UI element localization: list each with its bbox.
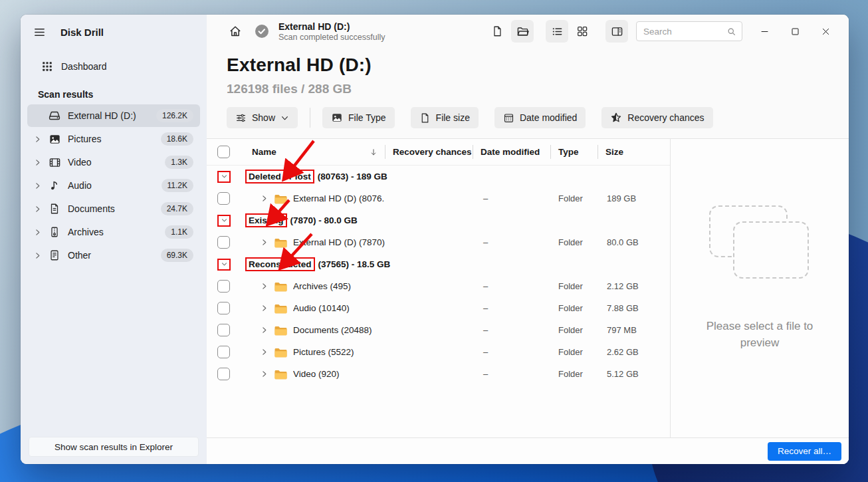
chevron-right-icon[interactable] — [260, 370, 269, 378]
show-in-explorer-button[interactable]: Show scan results in Explorer — [29, 437, 199, 457]
grid-view-button[interactable] — [571, 20, 594, 43]
item-count-badge: 24.7K — [161, 202, 193, 215]
section-collapse-toggle[interactable] — [217, 215, 231, 227]
column-header-name[interactable]: Name — [252, 147, 276, 157]
column-header-size[interactable]: Size — [597, 139, 670, 165]
table-row-video-920[interactable]: Video (920)–Folder5.12 GB — [207, 363, 670, 385]
filter-chip-recovery-chances[interactable]: Recovery chances — [601, 107, 712, 128]
row-checkbox[interactable] — [217, 324, 230, 336]
row-date-modified: – — [473, 347, 550, 357]
session-file-button[interactable] — [486, 20, 508, 43]
maximize-button[interactable] — [781, 20, 809, 43]
file-icon — [491, 25, 503, 37]
minimize-button[interactable] — [750, 20, 778, 43]
sidebar-item-pictures[interactable]: Pictures18.6K — [27, 128, 200, 150]
row-name: Audio (10140) — [293, 303, 350, 313]
section-title: Deleted or lost(80763) - 189 GB — [245, 170, 670, 183]
folder-icon — [274, 324, 288, 336]
column-header-recovery-chances[interactable]: Recovery chances — [385, 139, 473, 165]
sidebar-item-video[interactable]: Video1.3K — [27, 151, 200, 174]
row-checkbox[interactable] — [217, 236, 230, 249]
section-collapse-toggle[interactable] — [217, 171, 231, 183]
page-title: External HD (D:) — [227, 55, 849, 76]
topbar: External HD (D:) Scan completed successf… — [207, 15, 849, 48]
chevron-right-icon[interactable] — [27, 228, 47, 237]
app-title: Disk Drill — [60, 27, 104, 38]
sidebar-item-external-hd-d[interactable]: External HD (D:)126.2K — [27, 104, 200, 127]
show-filter-button[interactable]: Show — [227, 107, 298, 128]
chevron-right-icon[interactable] — [260, 304, 269, 312]
column-header-type[interactable]: Type — [550, 139, 597, 165]
image-icon — [331, 112, 343, 124]
home-icon — [229, 25, 242, 38]
list-view-button[interactable] — [546, 20, 568, 43]
filter-chip-label: File Type — [348, 112, 386, 123]
item-count-badge: 1.1K — [165, 225, 193, 239]
hamburger-menu-button[interactable] — [30, 23, 49, 41]
sidebar-item-dashboard[interactable]: Dashboard — [27, 56, 200, 77]
table-row-external-hd-d-7870[interactable]: External HD (D) (7870)–Folder80.0 GB — [207, 231, 670, 253]
row-date-modified: – — [473, 237, 550, 247]
row-checkbox[interactable] — [217, 280, 230, 293]
column-header-date-modified[interactable]: Date modified — [473, 139, 550, 165]
table-row-pictures-5522[interactable]: Pictures (5522)–Folder2.62 GB — [207, 341, 670, 363]
filter-chip-file-size[interactable]: File size — [411, 107, 479, 128]
folder-icon — [274, 346, 288, 358]
chevron-right-icon[interactable] — [27, 181, 47, 190]
table-header-row: Name Recovery chances Date modified Type… — [207, 139, 670, 166]
table-row-audio-10140[interactable]: Audio (10140)–Folder7.88 GB — [207, 297, 670, 319]
sidebar-item-audio[interactable]: Audio11.2K — [27, 174, 200, 197]
table-row-documents-20488[interactable]: Documents (20488)–Folder797 MB — [207, 319, 670, 341]
chevron-right-icon[interactable] — [260, 282, 269, 291]
chevron-right-icon[interactable] — [260, 348, 269, 356]
topbar-scan-title: External HD (D:) — [278, 21, 385, 32]
table-row-archives-495[interactable]: Archives (495)–Folder2.12 GB — [207, 275, 670, 297]
row-size: 2.12 GB — [597, 281, 670, 291]
chevron-right-icon[interactable] — [27, 205, 47, 213]
open-folder-button[interactable] — [511, 20, 534, 43]
close-button[interactable] — [812, 20, 839, 43]
filter-chip-date-modified[interactable]: Date modified — [494, 107, 586, 128]
table-row-external-hd-d-8076[interactable]: External HD (D) (8076...–Folder189 GB — [207, 187, 670, 209]
row-name: External HD (D) (7870) — [293, 237, 385, 247]
chevron-right-icon[interactable] — [27, 158, 47, 167]
row-checkbox[interactable] — [217, 192, 230, 205]
row-checkbox[interactable] — [217, 368, 230, 380]
sort-descending-icon[interactable] — [369, 148, 378, 157]
row-size: 189 GB — [597, 193, 670, 203]
home-button[interactable] — [224, 20, 247, 43]
preview-panel-icon — [611, 25, 623, 38]
dashboard-label: Dashboard — [61, 61, 107, 72]
chevron-right-icon[interactable] — [260, 238, 269, 247]
folder-icon — [274, 193, 288, 205]
search-icon[interactable] — [726, 27, 736, 37]
row-type: Folder — [550, 237, 597, 247]
page-header: External HD (D:) 126198 files / 288 GB — [207, 48, 849, 96]
annotated-section-label: Existing — [245, 213, 287, 227]
row-name: External HD (D) (8076... — [293, 193, 385, 203]
chevron-down-icon — [280, 114, 289, 122]
preview-panel: Please select a file to preview — [670, 139, 849, 437]
sidebar-item-documents[interactable]: Documents24.7K — [27, 197, 200, 220]
archives-icon — [47, 226, 62, 238]
recover-all-button[interactable]: Recover all… — [768, 442, 841, 461]
minimize-icon — [760, 27, 770, 37]
row-checkbox[interactable] — [217, 346, 230, 358]
row-checkbox[interactable] — [217, 302, 230, 314]
section-collapse-toggle[interactable] — [217, 259, 231, 271]
chevron-right-icon[interactable] — [27, 135, 47, 144]
sidebar-item-other[interactable]: Other69.3K — [27, 244, 200, 267]
chevron-right-icon[interactable] — [27, 251, 47, 260]
chevron-right-icon[interactable] — [260, 326, 269, 334]
preview-panel-toggle-button[interactable] — [605, 20, 628, 43]
filter-bar: Show File TypeFile sizeDate modifiedReco… — [207, 96, 849, 138]
preview-placeholder-icon — [709, 205, 810, 287]
documents-icon — [47, 203, 62, 215]
folder-icon — [274, 368, 288, 380]
chevron-right-icon[interactable] — [260, 194, 269, 203]
sidebar-item-archives[interactable]: Archives1.1K — [27, 221, 200, 243]
search-input[interactable] — [643, 27, 726, 37]
sidebar-item-label: Documents — [68, 203, 115, 214]
filter-chip-file-type[interactable]: File Type — [322, 107, 395, 128]
select-all-checkbox[interactable] — [217, 146, 230, 158]
